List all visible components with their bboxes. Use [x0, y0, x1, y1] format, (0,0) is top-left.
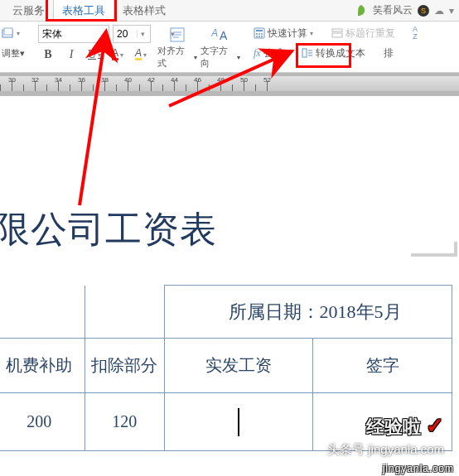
title-repeat-icon [331, 28, 343, 38]
svg-point-11 [256, 33, 258, 35]
watermark-brand-text: 经验啦 [366, 416, 421, 437]
font-name-combo[interactable]: ▾ [38, 25, 109, 43]
badge-icon[interactable]: S [418, 5, 429, 17]
fast-calc-label: 快速计算 [268, 26, 307, 41]
svg-point-14 [256, 36, 258, 37]
page-title: 限公司工资表 [0, 205, 217, 254]
convert-text-label: 转换成文本 [316, 46, 365, 60]
col-header-deduction: 扣除部分 [85, 339, 164, 393]
svg-point-16 [261, 36, 263, 37]
watermark-brand: 经验啦 ✓ [366, 413, 444, 440]
page-corner [408, 238, 454, 253]
font-color-button[interactable]: A [109, 46, 126, 63]
username-label: 笑看风云 [373, 3, 413, 17]
highlight-button[interactable]: A [133, 46, 149, 63]
tab-table-style[interactable]: 表格样式 [114, 0, 175, 21]
tab-table-tools[interactable]: 表格工具 [53, 0, 114, 21]
fx-icon: fx [254, 47, 261, 60]
svg-text:A: A [220, 29, 228, 42]
svg-rect-19 [302, 49, 307, 57]
svg-point-13 [261, 33, 263, 35]
svg-rect-10 [256, 30, 263, 31]
triangle-down-icon[interactable]: ▾ [449, 5, 454, 17]
formula-label: 公式 [263, 46, 283, 60]
bold-button[interactable]: B [40, 46, 56, 63]
col-header-subsidy: 机费补助 [0, 339, 85, 393]
sort-label: 排 [384, 46, 394, 60]
align-button[interactable]: 对齐方式▾ [157, 25, 197, 65]
fast-calc-button[interactable]: 快速计算 ▾ [250, 25, 316, 41]
checkmark-icon: ✓ [426, 413, 444, 438]
leaf-icon [355, 4, 368, 17]
sort-az-icon: A Z [410, 26, 420, 41]
title-repeat-button: 标题行重复 [328, 25, 399, 41]
title-repeat-label: 标题行重复 [345, 26, 395, 41]
convert-text-icon [302, 48, 313, 58]
cell-subsidy[interactable]: 200 [0, 393, 85, 451]
watermark-url: jingyanla.com [383, 463, 454, 474]
text-cursor [238, 408, 239, 436]
titlebar-right: 笑看风云 S ☁ ▾ [355, 3, 454, 17]
calculator-icon [254, 27, 265, 39]
text-direction-label: 文字方向 [201, 45, 236, 70]
cell-deduction[interactable]: 120 [85, 393, 164, 451]
svg-rect-18 [332, 33, 342, 37]
tab-cloud-service[interactable]: 云服务 [3, 0, 54, 21]
formula-button[interactable]: fx 公式 [250, 45, 287, 61]
cloud-icon[interactable]: ☁ [434, 5, 444, 17]
font-color-letter: A [112, 47, 118, 59]
font-size-combo[interactable]: ▾ [113, 25, 151, 43]
svg-point-12 [258, 33, 260, 35]
cell-netpay[interactable] [164, 393, 312, 451]
font-size-input[interactable] [114, 26, 137, 42]
col-header-signature: 签字 [313, 339, 452, 393]
svg-point-15 [258, 36, 260, 37]
sort-button[interactable]: 排 [380, 45, 397, 61]
highlight-letter: A [135, 47, 142, 59]
ruler[interactable]: 303234363840424446485052 [0, 73, 459, 96]
svg-rect-2 [4, 28, 12, 35]
col-header-netpay: 实发工资 [164, 339, 312, 393]
text-direction-button[interactable]: AA 文字方向▾ [201, 25, 240, 65]
italic-button[interactable]: I [63, 46, 80, 63]
align-label: 对齐方式 [157, 45, 193, 70]
adjust-button[interactable]: 调整▾ [2, 45, 25, 61]
convert-to-text-button[interactable]: 转换成文本 [298, 45, 369, 61]
paste-options-icon[interactable] [2, 25, 20, 41]
svg-text:A: A [211, 27, 218, 39]
underline-button[interactable]: U [86, 46, 103, 63]
watermark-source: 头条号 jingyanla.com [327, 442, 444, 458]
ribbon: 调整▾ ▾ ▾ B I U A A [0, 22, 459, 73]
svg-rect-17 [332, 29, 342, 31]
chevron-down-icon[interactable]: ▾ [137, 30, 148, 38]
